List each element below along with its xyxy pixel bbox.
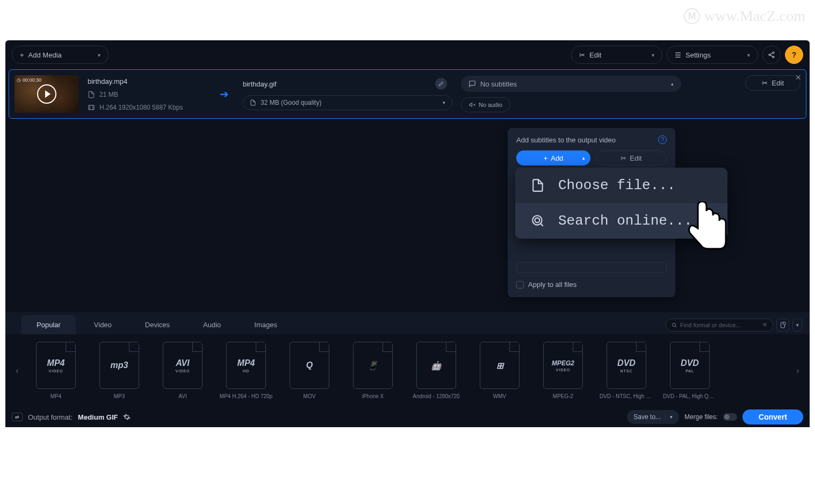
- format-label: MP3: [92, 393, 146, 399]
- footer-bar: ⇄ Output format: Medium GIF Save to... ▾…: [5, 407, 810, 427]
- format-card[interactable]: 📱iPhone X: [346, 342, 400, 399]
- apply-all-checkbox[interactable]: [516, 281, 524, 289]
- item-edit-button[interactable]: ✂ Edit: [745, 75, 800, 91]
- tab-video[interactable]: Video: [79, 315, 127, 334]
- audio-muted-icon: [469, 102, 475, 108]
- scroll-right-button[interactable]: ›: [790, 363, 805, 378]
- scissors-icon: ✂: [621, 154, 626, 162]
- help-icon: ?: [792, 51, 797, 59]
- format-label: Android - 1280x720: [409, 393, 463, 399]
- format-file-icon: MPEG2VIDEO: [543, 342, 583, 389]
- menu-search-online-label: Search online...: [558, 213, 693, 229]
- arrow-right-icon: ➔: [220, 88, 229, 100]
- audio-value: No audio: [479, 102, 502, 108]
- subtitles-add-menu: Choose file... Search online...: [515, 168, 727, 239]
- rename-button[interactable]: [435, 78, 447, 90]
- format-label: iPhone X: [346, 393, 400, 399]
- format-card[interactable]: mp3MP3: [92, 342, 146, 399]
- item-edit-label: Edit: [772, 79, 784, 87]
- format-card[interactable]: QMOV: [283, 342, 336, 399]
- format-file-icon: 🤖: [416, 342, 456, 389]
- top-bar: + Add Media ▾ ✂ Edit ▾ ☰ Settings ▾: [5, 40, 810, 69]
- format-file-icon: AVIVIDEO: [163, 342, 203, 389]
- format-card[interactable]: DVDPALDVD - PAL, High Qual...: [663, 342, 717, 399]
- source-size: 21 MB: [99, 91, 118, 98]
- subtitles-edit-button[interactable]: ✂ Edit: [596, 150, 667, 165]
- svg-line-18: [785, 324, 785, 325]
- svg-rect-5: [89, 105, 95, 109]
- item-edit-wrap: ✂ Edit: [745, 75, 800, 91]
- subtitle-icon: [468, 80, 476, 88]
- chevron-left-icon: ‹: [16, 366, 18, 376]
- tab-devices[interactable]: Devices: [130, 315, 185, 334]
- merge-files-toggle[interactable]: [723, 413, 737, 421]
- format-card[interactable]: MP4VIDEOMP4: [29, 342, 83, 399]
- chevron-up-icon: ▴: [582, 155, 585, 161]
- apply-all-row[interactable]: Apply to all files: [516, 280, 667, 289]
- add-media-button[interactable]: + Add Media ▾: [12, 46, 109, 64]
- subtitles-add-button[interactable]: + Add ▴: [516, 150, 590, 165]
- format-file-icon: mp3: [99, 342, 139, 389]
- detect-dropdown-button[interactable]: ▾: [792, 319, 802, 332]
- duration-text: 00:00:30: [23, 77, 41, 83]
- edit-label: Edit: [589, 51, 601, 59]
- help-button[interactable]: ?: [785, 46, 803, 64]
- svg-line-4: [770, 55, 773, 57]
- target-filename: birthday.gif: [243, 80, 277, 88]
- chevron-down-icon: ▾: [98, 52, 100, 58]
- detect-device-button[interactable]: [776, 319, 789, 332]
- search-icon: [672, 322, 677, 328]
- find-format-input[interactable]: Find format or device... ✕: [666, 319, 773, 332]
- format-label: MP4 H.264 - HD 720p: [219, 393, 273, 399]
- subtitles-selector[interactable]: No subtitles ▴: [461, 76, 681, 92]
- format-card[interactable]: 🤖Android - 1280x720: [409, 342, 463, 399]
- source-filename: birthday.mp4: [88, 77, 195, 85]
- output-format-label: Output format:: [28, 413, 73, 421]
- play-icon[interactable]: [37, 84, 56, 104]
- menu-search-online[interactable]: Search online...: [515, 203, 727, 239]
- format-card[interactable]: MP4HDMP4 H.264 - HD 720p: [219, 342, 273, 399]
- edit-dropdown-button[interactable]: ✂ Edit ▾: [571, 46, 662, 64]
- svg-point-13: [535, 218, 540, 223]
- menu-choose-file[interactable]: Choose file...: [515, 168, 727, 203]
- help-icon[interactable]: ?: [658, 135, 667, 144]
- scissors-icon: ✂: [762, 79, 768, 87]
- clear-icon[interactable]: ✕: [762, 321, 767, 328]
- settings-gear-button[interactable]: [123, 413, 131, 421]
- audio-selector[interactable]: No audio: [461, 97, 510, 112]
- format-label: MP4: [29, 393, 83, 399]
- scroll-left-button[interactable]: ‹: [10, 363, 25, 378]
- tab-images[interactable]: Images: [239, 315, 292, 334]
- format-tabs: Popular Video Devices Audio Images Find …: [5, 312, 810, 334]
- chevron-right-icon: ›: [796, 366, 799, 376]
- convert-button[interactable]: Convert: [742, 409, 803, 424]
- subtitles-value: No subtitles: [480, 80, 517, 88]
- target-size-selector[interactable]: 32 MB (Good quality) ▾: [243, 95, 452, 110]
- svg-point-14: [673, 323, 676, 326]
- media-thumbnail[interactable]: ◷ 00:00:30: [15, 75, 79, 113]
- svg-line-12: [540, 224, 543, 226]
- format-card[interactable]: DVDNTSCDVD - NTSC, High Qu...: [600, 342, 653, 399]
- chevron-down-icon: ▾: [747, 52, 750, 58]
- close-icon[interactable]: ✕: [795, 73, 802, 82]
- output-format-icon[interactable]: ⇄: [12, 413, 23, 421]
- save-to-button[interactable]: Save to... ▾: [627, 410, 679, 424]
- chevron-up-icon: ▴: [671, 81, 674, 87]
- save-to-label: Save to...: [633, 413, 661, 421]
- share-button[interactable]: [762, 46, 781, 64]
- settings-dropdown-button[interactable]: ☰ Settings ▾: [667, 46, 758, 64]
- format-card[interactable]: ⊞WMV: [473, 342, 526, 399]
- format-file-icon: MP4VIDEO: [36, 342, 76, 389]
- file-icon: [88, 91, 95, 98]
- chevron-down-icon: ▾: [796, 322, 799, 328]
- tab-popular[interactable]: Popular: [21, 315, 76, 334]
- duration-badge: ◷ 00:00:30: [17, 77, 41, 83]
- format-card[interactable]: MPEG2VIDEOMPEG-2: [536, 342, 590, 399]
- chevron-down-icon: ▾: [443, 100, 445, 105]
- format-label: AVI: [156, 393, 210, 399]
- media-item-row[interactable]: ✕ ◷ 00:00:30 birthday.mp4 21 MB H.264 19…: [9, 69, 806, 119]
- format-file-icon: DVDPAL: [670, 342, 710, 389]
- format-card[interactable]: AVIVIDEOAVI: [156, 342, 210, 399]
- tab-audio[interactable]: Audio: [188, 315, 236, 334]
- format-label: MOV: [283, 393, 336, 399]
